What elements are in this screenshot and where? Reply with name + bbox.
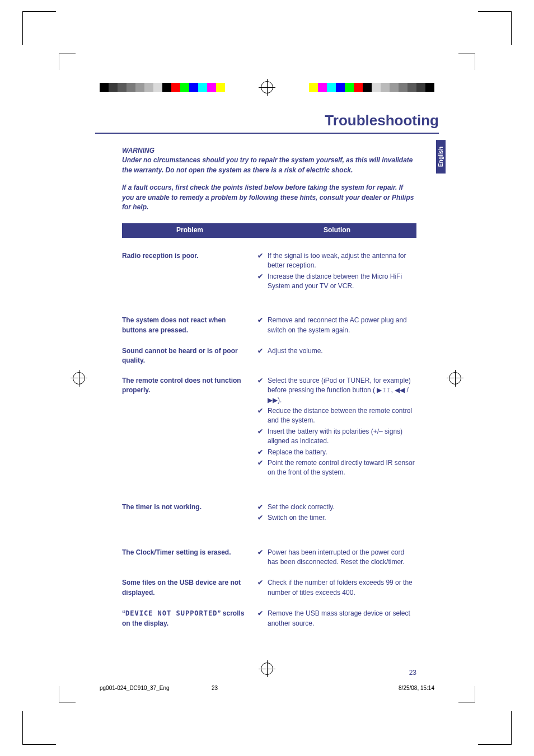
color-swatch [109, 83, 118, 92]
solution-item: ✔Replace the battery. [257, 448, 416, 457]
check-icon: ✔ [257, 272, 268, 292]
warning-heading: WARNING [122, 146, 416, 156]
solution-item: ✔Set the clock correctly. [257, 503, 416, 512]
crop-mark [478, 711, 512, 745]
solution-item: ✔Check if the number of folders exceeds … [257, 578, 416, 598]
solution-text: Reduce the distance between the remote c… [268, 406, 416, 426]
warning-block: WARNING Under no circumstances should yo… [122, 146, 416, 175]
language-tab: English [436, 140, 446, 173]
footer-datetime: 8/25/08, 15:14 [399, 685, 434, 691]
check-icon: ✔ [257, 609, 268, 628]
solution-text: Point the remote control directly toward… [268, 458, 416, 478]
color-swatch [198, 83, 207, 92]
color-swatch [216, 83, 225, 92]
crop-mark-inner [59, 686, 76, 703]
solution-list: ✔Check if the number of folders exceeds … [257, 578, 416, 599]
solution-item: ✔Increase the distance between the Micro… [257, 272, 416, 292]
color-swatch [171, 83, 180, 92]
footer-filename: pg001-024_DC910_37_Eng [100, 685, 212, 691]
column-header-solution: Solution [257, 223, 416, 237]
table-header: Problem Solution [122, 223, 416, 237]
color-swatch [162, 83, 171, 92]
page-content: Troubleshooting English WARNING Under no… [95, 112, 439, 661]
registration-mark [261, 663, 273, 675]
problem-text: Radio reception is poor. [122, 251, 257, 293]
intro-text: If a fault occurs, first check the point… [122, 183, 416, 212]
solution-list: ✔Select the source (iPod or TUNER, for e… [257, 376, 416, 479]
table-row: The timer is not working.✔Set the clock … [122, 479, 416, 524]
color-swatch [390, 83, 399, 92]
color-swatch [127, 83, 135, 92]
solution-item: ✔Power has been interrupted or the power… [257, 548, 416, 567]
registration-mark [449, 372, 461, 384]
problem-text: Some files on the USB device are not dis… [122, 578, 257, 599]
solution-item: ✔Adjust the volume. [257, 346, 416, 356]
crop-mark [22, 711, 56, 745]
crop-mark [478, 11, 512, 45]
crop-mark-inner [458, 686, 475, 703]
color-swatch [372, 83, 381, 92]
problem-text: Sound cannot be heard or is of poor qual… [122, 346, 257, 366]
solution-text: Switch on the timer. [268, 513, 416, 523]
color-swatch [207, 83, 216, 92]
solution-text: Adjust the volume. [268, 346, 416, 356]
solution-text: Power has been interrupted or the power … [268, 548, 416, 567]
color-calibration-bar [309, 83, 434, 92]
color-swatch [118, 83, 127, 92]
crop-mark-inner [458, 53, 475, 70]
solution-item: ✔Remove the USB mass storage device or s… [257, 609, 416, 628]
table-row: Some files on the USB device are not dis… [122, 568, 416, 599]
check-icon: ✔ [257, 578, 268, 598]
solution-text: Replace the battery. [268, 448, 416, 457]
problem-text: “DEVICE NOT SUPPORTED” scrolls on the di… [122, 609, 257, 630]
solution-item: ✔Switch on the timer. [257, 513, 416, 523]
check-icon: ✔ [257, 376, 268, 405]
solution-text: Increase the distance between the Micro … [268, 272, 416, 292]
color-swatch [407, 83, 416, 92]
solution-item: ✔If the signal is too weak, adjust the a… [257, 251, 416, 271]
solution-item: ✔Insert the battery with its polarities … [257, 427, 416, 447]
check-icon: ✔ [257, 316, 268, 335]
solution-list: ✔Power has been interrupted or the power… [257, 548, 416, 569]
color-swatch [135, 83, 144, 92]
page-number: 23 [409, 668, 416, 678]
solution-item: ✔Point the remote control directly towar… [257, 458, 416, 478]
solution-list: ✔Adjust the volume. [257, 346, 416, 366]
problem-text: The timer is not working. [122, 503, 257, 524]
table-row: The remote control does not function pro… [122, 366, 416, 479]
check-icon: ✔ [257, 513, 268, 523]
solution-text: Set the clock correctly. [268, 503, 416, 512]
problem-text: The Clock/Timer setting is erased. [122, 548, 257, 569]
color-swatch [189, 83, 198, 92]
solution-list: ✔If the signal is too weak, adjust the a… [257, 251, 416, 293]
solution-text: If the signal is too weak, adjust the an… [268, 251, 416, 271]
color-swatch [318, 83, 327, 92]
page-title: Troubleshooting [325, 112, 439, 129]
solution-item: ✔Select the source (iPod or TUNER, for e… [257, 376, 416, 405]
footer-page: 23 [212, 685, 312, 691]
check-icon: ✔ [257, 458, 268, 478]
check-icon: ✔ [257, 406, 268, 426]
color-swatch [100, 83, 109, 92]
crop-mark [22, 11, 56, 45]
color-swatch [153, 83, 162, 92]
problem-text: The remote control does not function pro… [122, 376, 257, 479]
warning-text-1: Under no circumstances should you try to… [122, 156, 416, 175]
check-icon: ✔ [257, 448, 268, 457]
color-swatch [345, 83, 354, 92]
solution-text: Remove and reconnect the AC power plug a… [268, 316, 416, 335]
color-swatch [399, 83, 407, 92]
table-row: “DEVICE NOT SUPPORTED” scrolls on the di… [122, 599, 416, 630]
print-footer: pg001-024_DC910_37_Eng 23 8/25/08, 15:14 [100, 685, 434, 691]
table-row: The system does not react when buttons a… [122, 292, 416, 336]
check-icon: ✔ [257, 251, 268, 271]
color-swatch [381, 83, 390, 92]
solution-list: ✔Remove and reconnect the AC power plug … [257, 316, 416, 336]
color-swatch [416, 83, 425, 92]
crop-mark-inner [59, 53, 76, 70]
solution-item: ✔Remove and reconnect the AC power plug … [257, 316, 416, 335]
check-icon: ✔ [257, 548, 268, 567]
column-header-problem: Problem [122, 223, 257, 237]
content-area: WARNING Under no circumstances should yo… [95, 146, 439, 630]
color-swatch [354, 83, 363, 92]
